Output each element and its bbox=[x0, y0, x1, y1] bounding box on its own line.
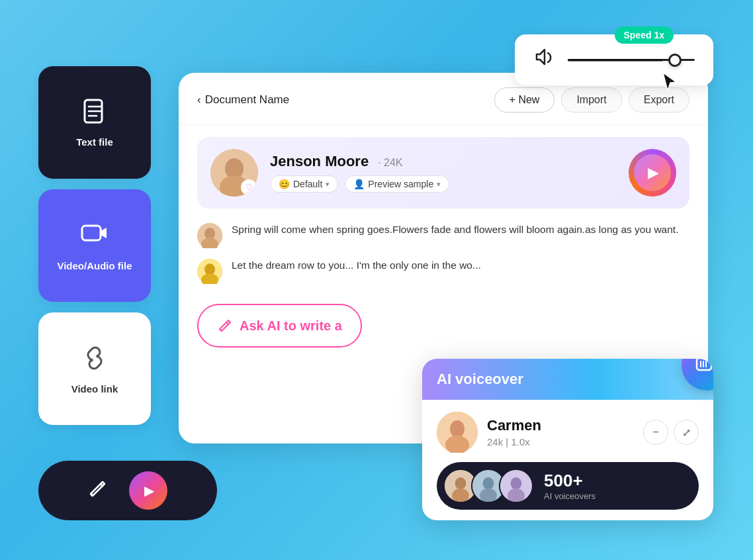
voiceover-count: 500+ AI voiceovers bbox=[544, 471, 687, 501]
text-row-2: Let the dream row to you... I'm the only… bbox=[197, 257, 689, 284]
text-avatar-1 bbox=[197, 223, 222, 248]
sidebar-item-video-audio[interactable]: Video/Audio file bbox=[38, 189, 151, 302]
svg-point-25 bbox=[452, 489, 469, 503]
carmen-actions: − ⤢ bbox=[643, 420, 699, 445]
back-arrow: ‹ bbox=[197, 93, 201, 107]
voice-play-button[interactable] bbox=[629, 149, 676, 197]
sidebar-item-video-link[interactable]: Video link bbox=[38, 312, 151, 425]
carmen-info: Carmen 24k | 1.0x bbox=[487, 417, 634, 447]
text-body-2: Let the dream row to you... I'm the only… bbox=[232, 257, 481, 274]
carmen-stats: 24k | 1.0x bbox=[487, 436, 634, 447]
slider-fill bbox=[568, 59, 663, 61]
default-emoji: 😊 bbox=[279, 179, 290, 189]
preview-arrow: ▾ bbox=[437, 180, 441, 189]
volume-icon bbox=[533, 46, 556, 73]
ai-voiceover-panel: AI voiceover Carmen 24k | 1.0x − ⤢ bbox=[422, 359, 713, 520]
svg-point-27 bbox=[483, 477, 494, 489]
carmen-name: Carmen bbox=[487, 417, 634, 434]
video-audio-icon bbox=[80, 220, 109, 254]
text-avatar-2 bbox=[197, 259, 222, 284]
default-label: Default bbox=[293, 179, 322, 189]
svg-point-5 bbox=[91, 494, 93, 496]
voice-profile-card: ♡ Jenson Moore · 24K 😊 Default ▾ 👤 Previ… bbox=[197, 137, 689, 209]
play-button[interactable] bbox=[129, 471, 167, 510]
carmen-minus-button[interactable]: − bbox=[643, 420, 668, 445]
mouse-cursor bbox=[660, 71, 679, 97]
import-button[interactable]: Import bbox=[561, 87, 621, 113]
text-content: Spring will come when spring goes.Flower… bbox=[179, 209, 708, 284]
voice-name: Jenson Moore bbox=[270, 153, 369, 170]
voice-tag-preview[interactable]: 👤 Preview sample ▾ bbox=[345, 175, 449, 193]
text-file-icon bbox=[81, 98, 109, 130]
svg-point-15 bbox=[220, 329, 222, 331]
svg-rect-4 bbox=[82, 226, 101, 240]
voiceover-bottom: 500+ AI voiceovers bbox=[437, 462, 699, 510]
heart-icon[interactable]: ♡ bbox=[241, 179, 257, 195]
voiceover-count-number: 500+ bbox=[544, 471, 583, 490]
svg-point-30 bbox=[511, 477, 522, 489]
voiceover-avatars bbox=[443, 469, 527, 503]
sidebar-item-text-file[interactable]: Text file bbox=[38, 66, 151, 179]
ask-ai-button[interactable]: Ask AI to write a bbox=[197, 304, 362, 348]
ai-voiceover-title: AI voiceover bbox=[437, 371, 523, 388]
text-body-1: Spring will come when spring goes.Flower… bbox=[232, 222, 678, 238]
edit-icon[interactable] bbox=[88, 478, 109, 504]
svg-point-31 bbox=[508, 489, 525, 503]
vo-avatar-3 bbox=[499, 469, 533, 503]
text-row: Spring will come when spring goes.Flower… bbox=[197, 222, 689, 248]
voice-tags: 😊 Default ▾ 👤 Preview sample ▾ bbox=[270, 175, 617, 193]
svg-point-28 bbox=[480, 489, 497, 503]
svg-point-21 bbox=[450, 420, 465, 438]
voice-tag-default[interactable]: 😊 Default ▾ bbox=[270, 175, 338, 193]
video-link-label: Video link bbox=[71, 383, 118, 395]
carmen-avatar bbox=[437, 412, 478, 453]
audio-slider-track[interactable] bbox=[568, 59, 695, 61]
document-name: Document Name bbox=[205, 93, 290, 107]
text-file-label: Text file bbox=[76, 136, 113, 148]
ask-ai-icon bbox=[217, 316, 233, 336]
ai-voiceover-body: Carmen 24k | 1.0x − ⤢ bbox=[422, 400, 713, 520]
sidebar: Text file Video/Audio file Video link bbox=[38, 66, 151, 425]
ask-ai-row: Ask AI to write a bbox=[179, 293, 708, 348]
voice-count: · 24K bbox=[378, 157, 402, 169]
carmen-expand-button[interactable]: ⤢ bbox=[674, 420, 699, 445]
back-button[interactable]: ‹ Document Name bbox=[197, 93, 289, 107]
audio-control bbox=[515, 34, 713, 85]
video-link-icon bbox=[80, 344, 109, 377]
video-audio-label: Video/Audio file bbox=[57, 260, 132, 271]
bottom-toolbar bbox=[38, 461, 217, 520]
ask-ai-label: Ask AI to write a bbox=[240, 318, 342, 334]
preview-emoji: 👤 bbox=[353, 179, 365, 189]
audio-slider-knob[interactable] bbox=[668, 54, 682, 67]
default-arrow: ▾ bbox=[326, 180, 330, 189]
voice-avatar: ♡ bbox=[210, 149, 258, 197]
voiceover-count-label: AI voiceovers bbox=[544, 491, 687, 501]
speed-badge: Speed 1x bbox=[615, 26, 674, 44]
preview-label: Preview sample bbox=[368, 179, 433, 189]
carmen-row: Carmen 24k | 1.0x − ⤢ bbox=[437, 412, 699, 453]
voice-play-inner bbox=[634, 154, 671, 191]
new-button[interactable]: + New bbox=[494, 87, 555, 113]
ai-voiceover-header: AI voiceover bbox=[422, 359, 713, 400]
voice-info: Jenson Moore · 24K 😊 Default ▾ 👤 Preview… bbox=[270, 153, 617, 193]
export-button[interactable]: Export bbox=[629, 87, 689, 113]
svg-point-24 bbox=[455, 477, 466, 489]
